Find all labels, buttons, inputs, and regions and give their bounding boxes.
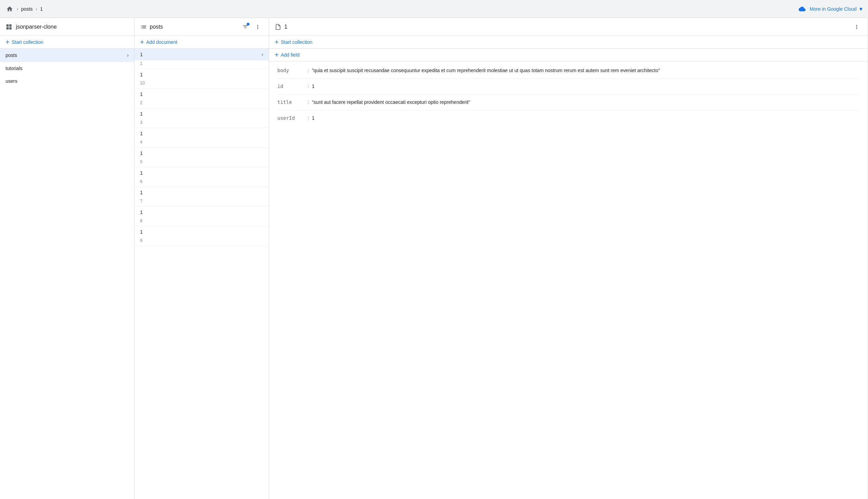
filter-button[interactable]	[240, 21, 251, 32]
doc-chevron-1: ›	[262, 51, 263, 58]
doc-id-10: 1	[140, 229, 263, 235]
doc-sub-9: 8	[135, 218, 269, 226]
field-colon-body: :	[308, 67, 309, 73]
doc-group-main-7[interactable]: 1	[135, 167, 269, 178]
doc-id-5: 1	[140, 131, 263, 136]
plus-icon: +	[6, 39, 10, 46]
collection-item-users[interactable]: users	[0, 75, 134, 88]
field-id: id : 1	[269, 80, 868, 93]
breadcrumb: › posts › 1	[6, 5, 43, 13]
more-google-cloud-label: More in Google Cloud	[810, 6, 857, 12]
doc-id-6: 1	[140, 150, 263, 156]
collection-item-tutorials[interactable]: tutorials	[0, 62, 134, 75]
doc-item-6[interactable]: 1 5	[135, 148, 269, 167]
doc-group-main-10[interactable]: 1	[135, 226, 269, 237]
collection-name-tutorials: tutorials	[6, 66, 129, 71]
add-document-label: Add document	[146, 39, 177, 45]
chevron-right-icon: ›	[127, 52, 129, 58]
home-icon[interactable]	[6, 5, 14, 13]
right-panel: 1 + Start collection + Add field body	[269, 18, 868, 499]
doc-item-5[interactable]: 1 4	[135, 128, 269, 148]
doc-group-main-5[interactable]: 1	[135, 128, 269, 139]
field-key-id: id	[277, 83, 305, 89]
chevron-down-icon: ▾	[859, 5, 862, 13]
doc-item-4[interactable]: 1 3	[135, 108, 269, 128]
plus-icon-field: +	[275, 51, 279, 58]
doc-group-main-6[interactable]: 1	[135, 148, 269, 159]
middle-panel-title: posts	[150, 24, 237, 30]
field-value-id[interactable]: 1	[312, 83, 859, 90]
doc-sub-6: 5	[135, 159, 269, 167]
breadcrumb-1[interactable]: 1	[40, 6, 43, 12]
doc-item-2[interactable]: 1 10	[135, 69, 269, 89]
top-bar: › posts › 1 More in Google Cloud ▾	[0, 0, 868, 18]
field-value-body[interactable]: "quia et suscipit suscipit recusandae co…	[312, 67, 859, 74]
doc-id-7: 1	[140, 170, 263, 176]
doc-item-10[interactable]: 1 9	[135, 226, 269, 246]
field-key-title: title	[277, 99, 305, 105]
add-field-button[interactable]: + Add field	[269, 49, 868, 61]
doc-sub-7: 6	[135, 178, 269, 187]
field-colon-id: :	[308, 83, 309, 89]
right-start-collection-label: Start collection	[281, 39, 313, 45]
right-panel-more-options[interactable]	[851, 21, 862, 32]
doc-group-main-1[interactable]: 1 ›	[135, 49, 269, 60]
more-google-cloud[interactable]: More in Google Cloud ▾	[797, 5, 862, 13]
project-header: jsonparser-clone	[0, 18, 134, 36]
middle-panel: posts + Add document	[135, 18, 269, 499]
doc-item-8[interactable]: 1 7	[135, 187, 269, 207]
add-field-label: Add field	[281, 52, 299, 58]
doc-id-1: 1	[140, 52, 262, 57]
field-sep-1	[277, 78, 859, 79]
field-value-title[interactable]: "sunt aut facere repellat provident occa…	[312, 99, 859, 106]
collection-item-posts[interactable]: posts ›	[0, 49, 134, 62]
doc-id-9: 1	[140, 209, 263, 215]
right-panel-actions	[851, 21, 862, 32]
breadcrumb-posts[interactable]: posts	[21, 6, 32, 12]
field-sep-2	[277, 94, 859, 95]
project-name: jsonparser-clone	[16, 24, 57, 30]
breadcrumb-sep-1: ›	[17, 6, 18, 12]
doc-group-main-8[interactable]: 1	[135, 187, 269, 198]
right-panel-title: 1	[284, 24, 848, 30]
field-value-userid[interactable]: 1	[312, 115, 859, 122]
doc-id-3: 1	[140, 91, 263, 97]
doc-group-main-4[interactable]: 1	[135, 108, 269, 119]
field-title: title : "sunt aut facere repellat provid…	[269, 96, 868, 109]
add-document-button[interactable]: + Add document	[135, 36, 269, 49]
breadcrumb-sep-2: ›	[36, 6, 37, 12]
doc-id-2: 1	[140, 72, 263, 77]
doc-group-main-9[interactable]: 1	[135, 207, 269, 218]
doc-item-3[interactable]: 1 2	[135, 89, 269, 108]
doc-item-7[interactable]: 1 6	[135, 167, 269, 187]
doc-sub-3: 2	[135, 100, 269, 108]
start-collection-button[interactable]: + Start collection	[0, 36, 134, 49]
collection-icon	[140, 23, 147, 30]
middle-panel-header: posts	[135, 18, 269, 36]
more-options-button[interactable]	[252, 21, 263, 32]
middle-panel-actions	[240, 21, 263, 32]
doc-id-4: 1	[140, 111, 263, 117]
doc-group-main-2[interactable]: 1	[135, 69, 269, 80]
doc-item-1[interactable]: 1 › 1	[135, 49, 269, 69]
document-detail: body : "quia et suscipit suscipit recusa…	[269, 61, 868, 499]
main-content: jsonparser-clone + Start collection post…	[0, 18, 868, 499]
doc-item-9[interactable]: 1 8	[135, 207, 269, 226]
document-list: 1 › 1 1 10 1 2 1	[135, 49, 269, 499]
doc-group-main-3[interactable]: 1	[135, 89, 269, 100]
field-sep-3	[277, 110, 859, 110]
doc-sub-1: 1	[135, 60, 269, 69]
field-key-body: body	[277, 67, 305, 73]
doc-sub-10: 9	[135, 237, 269, 246]
plus-icon-collection: +	[275, 39, 279, 46]
doc-sub-8: 7	[135, 198, 269, 206]
document-icon	[275, 23, 282, 30]
doc-id-8: 1	[140, 190, 263, 195]
plus-icon-doc: +	[140, 39, 144, 46]
right-start-collection-button[interactable]: + Start collection	[269, 36, 868, 49]
right-panel-header: 1	[269, 18, 868, 36]
project-icon	[6, 23, 12, 30]
field-colon-userid: :	[308, 115, 309, 121]
doc-sub-5: 4	[135, 139, 269, 147]
start-collection-label: Start collection	[12, 39, 43, 45]
